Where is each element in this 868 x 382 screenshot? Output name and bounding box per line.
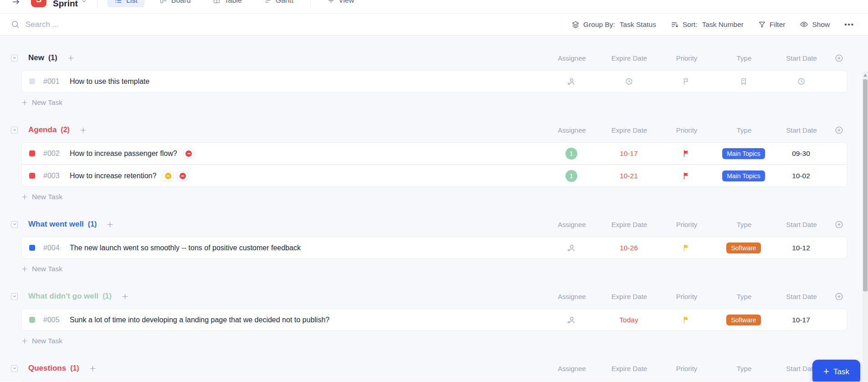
task-row[interactable]: #004 The new launch went so smoothly -- … bbox=[21, 237, 847, 259]
show-control[interactable]: Show bbox=[800, 20, 830, 29]
add-view-button[interactable]: View bbox=[321, 0, 361, 7]
expire-date[interactable]: 10-21 bbox=[620, 172, 638, 180]
add-column-icon[interactable] bbox=[830, 126, 847, 134]
add-column-icon[interactable] bbox=[830, 292, 847, 301]
priority-flag-icon[interactable] bbox=[657, 172, 715, 180]
collapse-group-toggle[interactable] bbox=[11, 127, 18, 134]
column-header-priority[interactable]: Priority bbox=[658, 293, 715, 300]
expire-date-placeholder-icon[interactable] bbox=[600, 77, 657, 86]
column-header-priority[interactable]: Priority bbox=[658, 365, 715, 372]
add-task-icon[interactable] bbox=[122, 293, 128, 300]
priority-placeholder-icon[interactable] bbox=[657, 77, 715, 86]
task-row[interactable]: #001 How to use this template bbox=[21, 70, 847, 93]
priority-flag-icon[interactable] bbox=[657, 316, 715, 324]
chevron-down-icon[interactable] bbox=[81, 0, 87, 6]
column-header-start-date[interactable]: Start Date bbox=[773, 221, 830, 228]
task-row[interactable]: #003 How to increase retention? 1 10-21 … bbox=[21, 165, 847, 187]
priority-flag-icon[interactable] bbox=[657, 150, 715, 158]
task-title[interactable]: How to increase passenger flow? bbox=[70, 150, 177, 158]
type-tag[interactable]: Software bbox=[726, 315, 760, 325]
collapse-group-toggle[interactable] bbox=[11, 221, 18, 228]
start-date[interactable]: 10-12 bbox=[792, 244, 810, 252]
group-name[interactable]: New bbox=[28, 53, 44, 62]
more-options-button[interactable]: ••• bbox=[844, 21, 854, 28]
type-tag[interactable]: Main Topics bbox=[722, 148, 765, 159]
group-name[interactable]: What didn't go well bbox=[28, 292, 98, 301]
task-status-checkbox[interactable] bbox=[29, 317, 35, 323]
expire-date[interactable]: Today bbox=[619, 316, 638, 324]
collapse-group-toggle[interactable] bbox=[11, 365, 18, 372]
warning-badge[interactable] bbox=[162, 171, 174, 181]
column-header-priority[interactable]: Priority bbox=[658, 54, 715, 62]
collapse-group-toggle[interactable] bbox=[11, 55, 18, 62]
sort-control[interactable]: Sort: Task Number bbox=[671, 21, 744, 29]
scroll-up-arrow[interactable] bbox=[863, 74, 867, 77]
add-task-button[interactable]: + Task bbox=[812, 360, 860, 382]
type-tag[interactable]: Main Topics bbox=[722, 170, 765, 181]
blocked-badge[interactable] bbox=[183, 149, 195, 159]
column-header-assignee[interactable]: Assignee bbox=[543, 126, 601, 134]
column-header-assignee[interactable]: Assignee bbox=[543, 293, 601, 300]
tab-list[interactable]: List bbox=[108, 0, 144, 7]
type-tag[interactable]: Software bbox=[726, 243, 760, 253]
collapse-group-toggle[interactable] bbox=[11, 293, 18, 300]
group-name[interactable]: What went well bbox=[28, 220, 84, 229]
column-header-assignee[interactable]: Assignee bbox=[543, 54, 601, 62]
start-date[interactable]: 10-17 bbox=[792, 316, 810, 324]
add-task-icon[interactable] bbox=[107, 221, 113, 228]
expire-date[interactable]: 10-17 bbox=[620, 150, 638, 158]
avatar[interactable]: 1 bbox=[565, 170, 577, 182]
avatar[interactable]: 1 bbox=[565, 148, 577, 160]
add-task-icon[interactable] bbox=[89, 365, 96, 372]
add-task-icon[interactable] bbox=[67, 55, 74, 62]
assignee-placeholder-icon[interactable] bbox=[543, 243, 600, 253]
start-date[interactable]: 10-02 bbox=[792, 172, 810, 180]
column-header-priority[interactable]: Priority bbox=[658, 221, 715, 228]
sort-value[interactable]: Task Number bbox=[702, 21, 744, 29]
task-status-checkbox[interactable] bbox=[29, 150, 35, 156]
expand-sidebar-icon[interactable] bbox=[12, 0, 21, 6]
add-task-icon[interactable] bbox=[80, 127, 87, 134]
column-header-expire-date[interactable]: Expire Date bbox=[601, 126, 658, 134]
start-date[interactable]: 09-30 bbox=[792, 150, 810, 158]
group-by-control[interactable]: Group By: Task Status bbox=[571, 21, 656, 29]
page-title[interactable]: Sprint bbox=[53, 0, 78, 7]
column-header-type[interactable]: Type bbox=[715, 293, 773, 300]
column-header-expire-date[interactable]: Expire Date bbox=[601, 221, 658, 228]
column-header-type[interactable]: Type bbox=[715, 221, 773, 228]
new-task-button[interactable]: New Task bbox=[21, 98, 62, 108]
task-title[interactable]: How to use this template bbox=[70, 77, 149, 86]
tab-gantt[interactable]: Gantt bbox=[257, 0, 300, 7]
expire-date[interactable]: 10-26 bbox=[620, 244, 638, 252]
column-header-expire-date[interactable]: Expire Date bbox=[601, 293, 658, 300]
column-header-assignee[interactable]: Assignee bbox=[543, 221, 601, 228]
task-title[interactable]: Sunk a lot of time into developing a lan… bbox=[70, 316, 329, 324]
column-header-expire-date[interactable]: Expire Date bbox=[601, 54, 658, 62]
column-header-type[interactable]: Type bbox=[715, 54, 773, 62]
workspace-logo[interactable]: S bbox=[31, 0, 46, 7]
priority-flag-icon[interactable] bbox=[657, 244, 715, 252]
column-header-start-date[interactable]: Start Date bbox=[773, 54, 830, 62]
column-header-start-date[interactable]: Start Date bbox=[773, 126, 830, 134]
filter-control[interactable]: Filter bbox=[758, 21, 785, 29]
group-by-value[interactable]: Task Status bbox=[620, 21, 656, 29]
new-task-button[interactable]: New Task bbox=[21, 192, 62, 202]
assignee-placeholder-icon[interactable] bbox=[543, 315, 600, 325]
column-header-type[interactable]: Type bbox=[715, 365, 773, 372]
column-header-assignee[interactable]: Assignee bbox=[543, 365, 601, 372]
vertical-scrollbar[interactable] bbox=[863, 72, 868, 382]
column-header-type[interactable]: Type bbox=[715, 126, 773, 134]
column-header-start-date[interactable]: Start Date bbox=[773, 293, 830, 300]
start-date-placeholder-icon[interactable] bbox=[772, 77, 830, 86]
new-task-button[interactable]: New Task bbox=[21, 336, 62, 346]
add-column-icon[interactable] bbox=[830, 220, 847, 229]
type-placeholder-icon[interactable] bbox=[715, 77, 772, 86]
group-name[interactable]: Agenda bbox=[28, 125, 56, 134]
column-header-priority[interactable]: Priority bbox=[658, 126, 715, 134]
task-title[interactable]: The new launch went so smoothly -- tons … bbox=[70, 244, 301, 252]
add-column-icon[interactable] bbox=[830, 54, 847, 62]
tab-table[interactable]: Table bbox=[206, 0, 249, 7]
group-name[interactable]: Questions bbox=[28, 364, 66, 373]
column-header-expire-date[interactable]: Expire Date bbox=[601, 365, 658, 372]
task-status-checkbox[interactable] bbox=[29, 245, 35, 251]
